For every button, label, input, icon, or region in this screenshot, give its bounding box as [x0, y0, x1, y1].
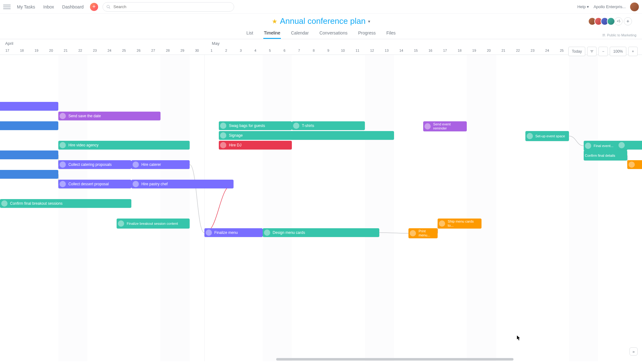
assignee-avatar	[1, 200, 8, 207]
task-label: T-shirts	[302, 124, 314, 128]
assignee-avatar	[527, 133, 533, 139]
task-bar-email-invites[interactable]: email invites	[0, 121, 58, 130]
task-bar-pastry-chefs[interactable]: pastry chefs	[0, 170, 58, 179]
day-label: 12	[370, 49, 374, 52]
day-label: 13	[385, 49, 388, 52]
task-label: Hire pastry chef	[141, 182, 168, 186]
day-label: 1	[211, 49, 213, 52]
omnibutton-add[interactable]: +	[90, 3, 98, 11]
task-bar-hire-dj[interactable]: Hire DJ	[219, 141, 292, 150]
tab-timeline[interactable]: Timeline	[263, 28, 281, 39]
workspace-switcher[interactable]: Apollo Enterpris...	[593, 4, 626, 9]
task-bar-ads[interactable]: e ads	[0, 102, 58, 111]
task-bar-setup-space[interactable]: Set-up event space	[525, 131, 569, 141]
top-nav: My Tasks Inbox Dashboard + Help▾ Apollo …	[0, 0, 642, 14]
task-bar-save-date[interactable]: Send save the date	[58, 112, 160, 120]
day-label: 2	[225, 49, 227, 52]
project-header: ★ Annual conference plan ▾ +5 + List Tim…	[0, 14, 642, 39]
task-bar-catering-prop[interactable]: Collect catering proposals	[58, 160, 131, 169]
assignee-avatar	[220, 123, 226, 129]
menu-toggle-button[interactable]	[3, 3, 11, 11]
day-label: 4	[254, 49, 256, 52]
task-bar-caterers[interactable]: caterers	[0, 150, 58, 159]
task-bar-hire-pastry[interactable]: Hire pastry chef	[131, 180, 234, 188]
task-bar-confirm-final[interactable]: Confirm final details	[584, 150, 628, 161]
chevron-down-icon: ▾	[587, 4, 589, 9]
search-container	[103, 2, 234, 12]
task-label: Print menu...	[418, 229, 434, 237]
help-bubble-button[interactable]: »	[629, 347, 638, 356]
assignee-avatar	[60, 161, 66, 168]
assignee-avatar	[220, 142, 226, 148]
nav-my-tasks[interactable]: My Tasks	[15, 3, 37, 11]
day-label: 3	[240, 49, 242, 52]
svg-point-0	[107, 5, 109, 8]
nav-inbox[interactable]: Inbox	[41, 3, 56, 11]
horizontal-scrollbar[interactable]	[0, 357, 642, 361]
star-icon[interactable]: ★	[272, 18, 277, 25]
user-avatar[interactable]	[630, 3, 639, 11]
assignee-avatar	[118, 220, 124, 227]
tab-progress[interactable]: Progress	[357, 28, 376, 39]
day-label: 20	[487, 49, 491, 52]
task-label: Hire DJ	[229, 143, 241, 147]
tab-conversations[interactable]: Conversations	[319, 28, 348, 39]
task-label: Send save the date	[68, 114, 101, 118]
help-menu[interactable]: Help▾	[577, 4, 589, 9]
timeline-view: AprilMay 1718192021222324252627282930123…	[0, 39, 642, 361]
assignee-avatar	[133, 161, 139, 168]
task-label: Finalize breakout session content	[127, 222, 178, 226]
task-bar-hire-caterer[interactable]: Hire caterer	[131, 160, 190, 169]
day-label: 25	[122, 49, 126, 52]
collaborator-avatar[interactable]	[607, 17, 615, 25]
tab-files[interactable]: Files	[386, 28, 396, 39]
task-label: Swag bags for guests	[229, 124, 265, 128]
task-bar-confirm-breakout[interactable]: Confirm final breakout sessions	[0, 199, 131, 208]
task-bar-tshirts[interactable]: T-shirts	[292, 121, 365, 130]
dependency-overlay	[0, 55, 642, 361]
timeline-canvas[interactable]: e adsSend save the dateemail invitesSwag…	[0, 55, 642, 361]
month-row: AprilMay	[0, 39, 642, 47]
search-input[interactable]	[103, 2, 234, 12]
day-label: 17	[443, 49, 447, 52]
collaborator-overflow[interactable]: +5	[614, 17, 623, 25]
add-collaborator-button[interactable]: +	[624, 17, 632, 25]
task-label: Confirm final details	[585, 154, 615, 158]
task-bar-finalize-menu[interactable]: Finalize menu	[204, 228, 263, 237]
assignee-avatar	[439, 220, 445, 227]
project-privacy[interactable]: Public to Marketing	[602, 33, 636, 37]
tab-calendar[interactable]: Calendar	[290, 28, 309, 39]
nav-dashboard[interactable]: Dashboard	[60, 3, 86, 11]
task-label: Ship menu cards to...	[448, 219, 478, 227]
day-label: 17	[5, 49, 9, 52]
day-label: 25	[560, 49, 564, 52]
assignee-avatar	[424, 123, 431, 129]
task-label: Finalize menu	[214, 230, 238, 235]
day-label: 14	[399, 49, 403, 52]
day-label: 23	[93, 49, 97, 52]
task-bar-final-breakout[interactable]: Finalize breakout session content	[117, 219, 190, 229]
today-button[interactable]: Today	[568, 47, 585, 56]
zoom-in-button[interactable]: +	[628, 47, 638, 56]
zoom-out-button[interactable]: −	[598, 47, 608, 56]
tab-list[interactable]: List	[246, 28, 254, 39]
filter-button[interactable]	[587, 47, 597, 56]
task-bar-ship-menu[interactable]: Ship menu cards to...	[438, 219, 482, 229]
assignee-avatar	[293, 123, 299, 129]
project-menu-chevron-icon[interactable]: ▾	[368, 19, 370, 24]
task-bar-signage[interactable]: Signage	[219, 131, 394, 140]
assignee-avatar	[60, 142, 66, 148]
timeline-toolbar: Today − 100% +	[568, 47, 638, 56]
task-bar-event-reminder[interactable]: Send event reminder	[423, 121, 467, 131]
task-bar-swag-bags[interactable]: Swag bags for guests	[219, 121, 292, 130]
task-bar-hire-video[interactable]: Hire video agency	[58, 141, 190, 150]
task-bar-final-event-2[interactable]	[617, 141, 642, 150]
task-bar-design-menu[interactable]: Design menu cards	[263, 228, 379, 237]
task-bar-dessert-prop[interactable]: Collect dessert proposal	[58, 180, 131, 188]
project-title[interactable]: Annual conference plan	[280, 16, 366, 26]
assignee-avatar	[629, 161, 635, 168]
zoom-level: 100%	[610, 47, 626, 56]
task-bar-final-task-r6[interactable]	[627, 160, 642, 169]
task-bar-print-menu[interactable]: Print menu...	[408, 228, 438, 238]
scroll-thumb[interactable]	[276, 358, 514, 361]
